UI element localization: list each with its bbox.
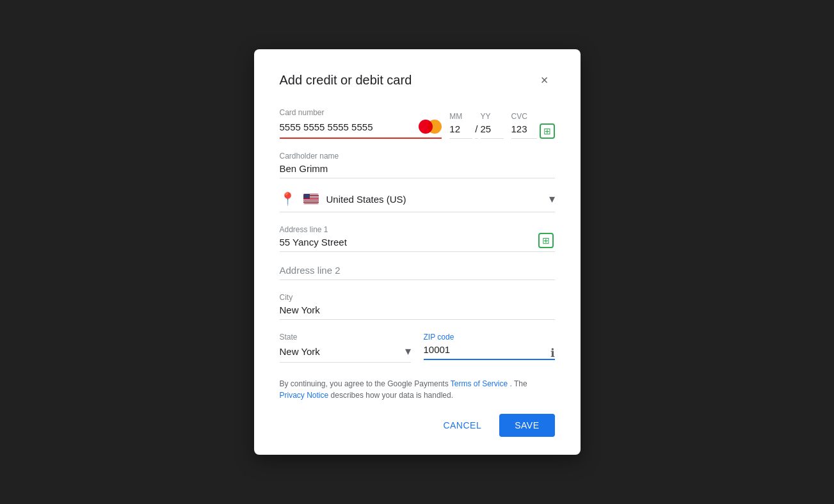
yy-field: YY 25 [481, 112, 504, 139]
yy-label: YY [481, 112, 504, 121]
city-value[interactable]: New York [280, 304, 555, 320]
cvc-value[interactable]: 123 [511, 123, 537, 139]
zip-label: ZIP code [424, 333, 555, 342]
expiry-group: MM 12 / YY 25 [449, 112, 503, 139]
card-number-field[interactable]: 5555 5555 5555 5555 [280, 120, 442, 139]
card-number-label: Card number [280, 108, 442, 117]
state-group: State New York ▾ [280, 333, 411, 363]
address2-group: Address line 2 [280, 265, 555, 280]
slash-divider: / [475, 123, 477, 139]
state-dropdown-arrow-icon: ▾ [405, 344, 411, 358]
address1-group: Address line 1 55 Yancy Street ⊞ [280, 225, 555, 252]
zip-group: ZIP code 10001 ℹ [424, 333, 555, 363]
cardholder-value[interactable]: Ben Grimm [280, 163, 555, 178]
mm-label: MM [449, 112, 472, 121]
state-value: New York [280, 346, 320, 357]
save-button[interactable]: Save [499, 414, 554, 437]
cvc-help-button[interactable]: ⊞ [540, 123, 555, 139]
terms-end: describes how your data is handled. [331, 391, 453, 400]
cvc-help-icon: ⊞ [540, 123, 555, 139]
cardholder-label: Cardholder name [280, 152, 555, 161]
us-flag-icon [303, 194, 319, 204]
mm-field: MM 12 [449, 112, 472, 139]
autofill-icon: ⊞ [538, 233, 554, 248]
cvc-label: CVC [511, 112, 555, 121]
terms-middle: . The [510, 379, 527, 388]
cardholder-name-group: Cardholder name Ben Grimm [280, 152, 555, 178]
cvc-group: CVC 123 ⊞ [511, 112, 555, 139]
address1-label: Address line 1 [280, 225, 555, 234]
terms-text: By continuing, you agree to the Google P… [280, 378, 555, 401]
address1-value[interactable]: 55 Yancy Street [280, 237, 555, 252]
mm-value[interactable]: 12 [449, 123, 472, 139]
card-number-value: 5555 5555 5555 5555 [280, 122, 373, 132]
card-number-row: Card number 5555 5555 5555 5555 MM 12 / … [280, 108, 555, 139]
button-row: Cancel Save [280, 414, 555, 437]
yy-value[interactable]: 25 [481, 123, 504, 139]
close-button[interactable]: × [534, 70, 555, 90]
zip-info-icon[interactable]: ℹ [550, 346, 555, 360]
mastercard-icon [419, 120, 442, 134]
cancel-button[interactable]: Cancel [433, 415, 492, 436]
privacy-link[interactable]: Privacy Notice [280, 391, 329, 400]
autofill-button[interactable]: ⊞ [537, 232, 555, 249]
terms-prefix: By continuing, you agree to the Google P… [280, 379, 449, 388]
state-label: State [280, 333, 411, 342]
location-pin-icon: 📍 [280, 191, 296, 207]
country-dropdown-arrow-icon: ▾ [549, 192, 555, 206]
state-select[interactable]: New York ▾ [280, 344, 411, 363]
country-row[interactable]: 📍 United States (US) ▾ [280, 191, 555, 212]
address2-placeholder[interactable]: Address line 2 [280, 265, 555, 280]
add-card-modal: Add credit or debit card × Card number 5… [254, 49, 581, 455]
modal-header: Add credit or debit card × [280, 70, 555, 90]
card-number-group: Card number 5555 5555 5555 5555 [280, 108, 442, 139]
state-zip-row: State New York ▾ ZIP code 10001 ℹ [280, 333, 555, 363]
city-label: City [280, 293, 555, 302]
tos-link[interactable]: Terms of Service [451, 379, 508, 388]
modal-title: Add credit or debit card [280, 73, 412, 88]
zip-value[interactable]: 10001 [424, 344, 555, 360]
country-value: United States (US) [326, 194, 541, 205]
city-group: City New York [280, 293, 555, 320]
